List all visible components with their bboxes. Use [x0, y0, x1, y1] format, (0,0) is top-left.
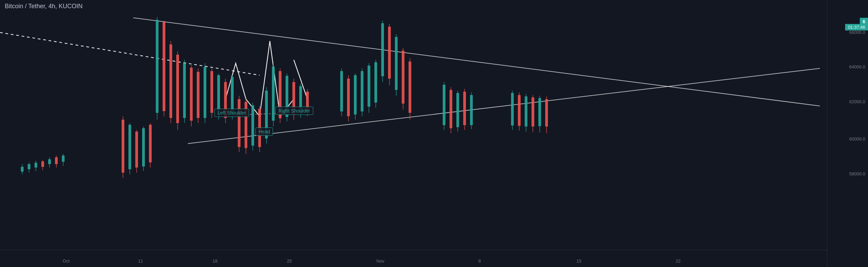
grid-line-64000 — [0, 63, 827, 63]
svg-rect-18 — [55, 157, 58, 164]
svg-rect-10 — [28, 164, 30, 169]
price-label-60000: 60000.0 — [849, 136, 865, 142]
time-axis: Oct 11 18 25 Nov 8 15 22 — [0, 250, 827, 267]
svg-rect-78 — [340, 71, 343, 111]
chart-area: Left Shoulder Head Right Shoulder — [0, 0, 827, 250]
price-label-62000: 62000.0 — [849, 99, 865, 104]
svg-rect-20 — [62, 156, 65, 162]
price-label-64000: 64000.0 — [849, 64, 865, 69]
blue-resistance-band — [0, 24, 827, 31]
price-axis: 66000.0 64000.0 62000.0 60000.0 58000.0 — [827, 0, 868, 267]
svg-rect-8 — [21, 167, 24, 172]
svg-rect-40 — [183, 63, 186, 118]
svg-rect-48 — [210, 71, 213, 113]
svg-rect-12 — [35, 163, 37, 168]
grid-line-58000 — [0, 162, 827, 163]
right-shoulder-label: Right Shoulder — [275, 107, 313, 115]
svg-rect-98 — [409, 62, 411, 113]
grid-line-62000 — [0, 95, 827, 95]
svg-rect-118 — [538, 98, 541, 126]
price-label-58000: 58000.0 — [849, 171, 865, 176]
head-label: Head — [256, 128, 273, 136]
svg-rect-66 — [272, 67, 275, 121]
svg-rect-100 — [443, 85, 445, 125]
green-support-band-top — [0, 53, 827, 59]
svg-rect-16 — [48, 159, 51, 164]
time-badge: 01:37:46 — [845, 24, 868, 30]
chart-container: Bitcoin / Tether, 4h, KUCOIN 66000.0 640… — [0, 0, 868, 267]
yellow-mid-band — [0, 96, 827, 102]
svg-rect-84 — [361, 71, 363, 111]
time-label-15: 15 — [576, 258, 581, 264]
left-shoulder-label: Left Shoulder — [215, 109, 249, 117]
svg-rect-94 — [395, 37, 398, 90]
time-label-22: 22 — [676, 258, 680, 264]
chart-title: Bitcoin / Tether, 4h, KUCOIN — [0, 0, 868, 13]
time-label-8: 8 — [479, 258, 481, 264]
time-label-nov: Nov — [376, 258, 384, 264]
time-label-18: 18 — [212, 258, 217, 264]
svg-rect-38 — [176, 55, 179, 123]
svg-rect-42 — [190, 68, 193, 121]
time-label-25: 25 — [287, 258, 292, 264]
red-bottom-band — [0, 122, 827, 145]
svg-rect-46 — [204, 67, 206, 118]
time-label-11: 11 — [138, 258, 143, 264]
time-label-oct: Oct — [63, 258, 70, 264]
